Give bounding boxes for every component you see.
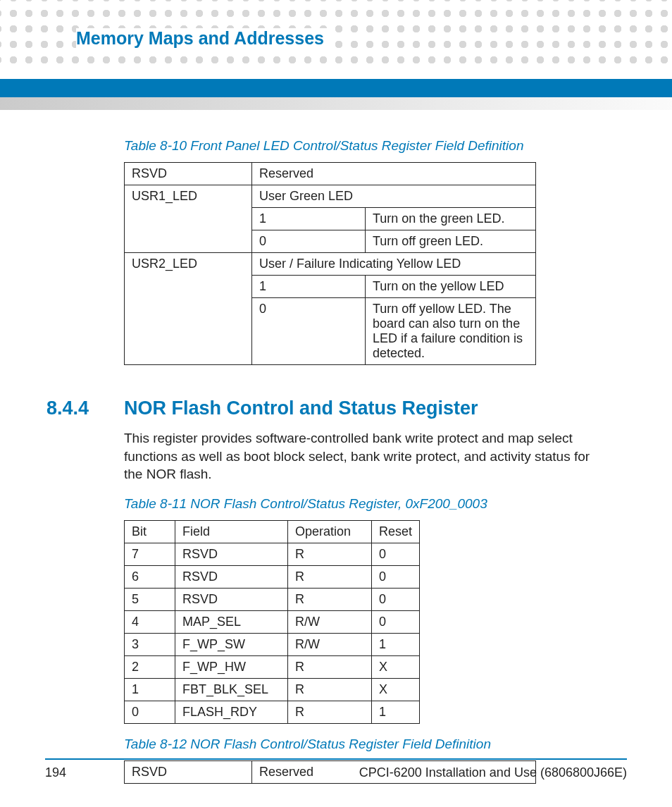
td-cell: R — [288, 565, 372, 588]
td-cell: RSVD — [175, 588, 287, 610]
td-field: RSVD — [125, 163, 252, 185]
td-cell: R — [288, 588, 372, 610]
table-8-12-caption: Table 8-12 NOR Flash Control/Status Regi… — [124, 737, 607, 752]
td-cell: 3 — [125, 633, 175, 655]
table-8-10: RSVD Reserved USR1_LED User Green LED 1 … — [124, 162, 536, 365]
td-cell: R — [288, 655, 372, 678]
page-header-title: Memory Maps and Addresses — [76, 28, 331, 49]
td-cell: 0 — [371, 610, 419, 633]
td-cell: FBT_BLK_SEL — [175, 678, 287, 701]
page-content: Table 8-10 Front Panel LED Control/Statu… — [0, 138, 672, 784]
td-desc: Turn off green LED. — [366, 230, 536, 253]
section-number: 8.4.4 — [46, 398, 124, 419]
td-cell: RSVD — [175, 565, 287, 588]
td-desc: Turn on the green LED. — [366, 208, 536, 230]
td-cell: X — [371, 678, 419, 701]
td-desc: Turn off yellow LED. The board can also … — [366, 298, 536, 365]
td-cell: F_WP_HW — [175, 655, 287, 678]
td-cell: MAP_SEL — [175, 610, 287, 633]
table-8-11-caption: Table 8-11 NOR Flash Control/Status Regi… — [124, 496, 607, 512]
th-reset: Reset — [371, 520, 419, 543]
table-row: 7RSVDR0 — [125, 543, 420, 565]
td-val: 1 — [252, 208, 366, 230]
section-body: This register provides software-controll… — [124, 429, 607, 483]
td-cell: 0 — [371, 565, 419, 588]
page-header-band: Memory Maps and Addresses — [0, 0, 672, 68]
th-bit: Bit — [125, 520, 175, 543]
td-desc: Reserved — [252, 163, 536, 185]
page-footer: 194 CPCI-6200 Installation and Use (6806… — [45, 758, 627, 780]
td-cell: 1 — [125, 678, 175, 701]
table-row: 5RSVDR0 — [125, 588, 420, 610]
td-field: USR1_LED — [125, 185, 252, 253]
th-field: Field — [175, 520, 287, 543]
td-cell: 2 — [125, 655, 175, 678]
section-heading: 8.4.4NOR Flash Control and Status Regist… — [46, 398, 607, 419]
td-desc: User Green LED — [252, 185, 536, 208]
td-val: 0 — [252, 230, 366, 253]
th-operation: Operation — [288, 520, 372, 543]
table-row: 6RSVDR0 — [125, 565, 420, 588]
document-id: CPCI-6200 Installation and Use (6806800J… — [359, 765, 627, 780]
td-desc: User / Failure Indicating Yellow LED — [252, 253, 536, 276]
td-cell: 7 — [125, 543, 175, 565]
table-header-row: Bit Field Operation Reset — [125, 520, 420, 543]
td-cell: 5 — [125, 588, 175, 610]
blue-header-bar — [0, 79, 672, 97]
td-cell: F_WP_SW — [175, 633, 287, 655]
td-cell: R/W — [288, 633, 372, 655]
header-shadow — [0, 97, 672, 110]
td-desc: Turn on the yellow LED — [366, 276, 536, 298]
td-val: 0 — [252, 298, 366, 365]
table-row: RSVD Reserved — [125, 163, 536, 185]
td-cell: R — [288, 701, 372, 723]
td-cell: FLASH_RDY — [175, 701, 287, 723]
td-val: 1 — [252, 276, 366, 298]
td-cell: 1 — [371, 633, 419, 655]
td-cell: R — [288, 543, 372, 565]
td-cell: R/W — [288, 610, 372, 633]
section-title: NOR Flash Control and Status Register — [124, 398, 478, 419]
table-row: 0FLASH_RDYR1 — [125, 701, 420, 723]
table-row: 4MAP_SELR/W0 — [125, 610, 420, 633]
td-field: USR2_LED — [125, 253, 252, 365]
td-cell: 0 — [371, 543, 419, 565]
td-cell: X — [371, 655, 419, 678]
table-row: USR2_LED User / Failure Indicating Yello… — [125, 253, 536, 276]
td-cell: 4 — [125, 610, 175, 633]
td-cell: 0 — [125, 701, 175, 723]
table-8-11: Bit Field Operation Reset 7RSVDR06RSVDR0… — [124, 520, 420, 724]
td-cell: R — [288, 678, 372, 701]
td-cell: 0 — [371, 588, 419, 610]
table-row: 1FBT_BLK_SELRX — [125, 678, 420, 701]
page-number: 194 — [45, 765, 66, 780]
table-row: 2F_WP_HWRX — [125, 655, 420, 678]
td-cell: RSVD — [175, 543, 287, 565]
table-8-10-caption: Table 8-10 Front Panel LED Control/Statu… — [124, 138, 607, 154]
table-row: 3F_WP_SWR/W1 — [125, 633, 420, 655]
table-row: USR1_LED User Green LED — [125, 185, 536, 208]
td-cell: 6 — [125, 565, 175, 588]
td-cell: 1 — [371, 701, 419, 723]
